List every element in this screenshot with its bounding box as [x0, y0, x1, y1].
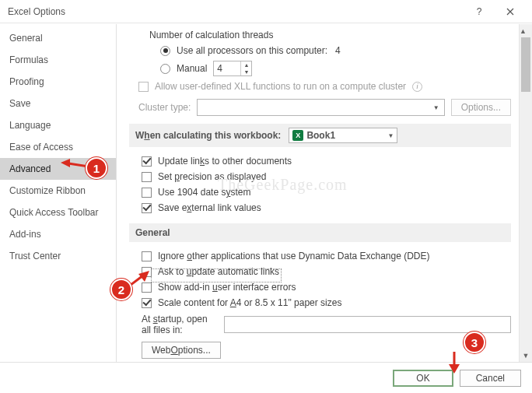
annotation-arrow-3: [446, 352, 462, 374]
sidebar-item-label: Ease of Access: [9, 142, 73, 153]
excel-icon: X: [292, 130, 303, 141]
checkbox-icon: [142, 251, 152, 261]
annotation-arrow-2: [131, 271, 149, 286]
radio-use-all-processors[interactable]: Use all processors on this computer: 4: [129, 43, 511, 58]
radio-icon: [160, 64, 170, 74]
sidebar-item-quick-access-toolbar[interactable]: Quick Access Toolbar: [0, 202, 116, 223]
calc-threads-label: Number of calculation threads: [129, 27, 511, 43]
checkbox-icon: [142, 203, 152, 213]
sidebar-item-label: Customize Ribbon: [9, 185, 86, 196]
scroll-up-arrow-icon[interactable]: ▲: [520, 24, 527, 37]
sidebar-item-add-ins[interactable]: Add-ins: [0, 223, 116, 245]
sidebar-item-proofing[interactable]: Proofing: [0, 71, 116, 93]
checkbox-update-links[interactable]: Update links to other documents: [132, 153, 511, 169]
annotation-badge-3: 3: [464, 332, 485, 353]
checkbox-set-precision[interactable]: Set precision as displayed: [132, 169, 511, 184]
sidebar-item-label: Language: [9, 120, 51, 131]
svg-marker-3: [138, 271, 149, 282]
checkbox-icon: [142, 172, 152, 182]
sidebar-item-trust-center[interactable]: Trust Center: [0, 245, 116, 267]
svg-marker-1: [61, 159, 70, 167]
checkbox-ignore-dde[interactable]: Ignore other applications that use Dynam…: [132, 248, 511, 264]
checkbox-save-external-links[interactable]: Save external link values: [132, 200, 511, 216]
sidebar-item-language[interactable]: Language: [0, 114, 116, 136]
radio-manual[interactable]: Manual 4 ▲▼: [129, 58, 511, 79]
sidebar-item-label: Advanced: [9, 163, 51, 174]
sidebar-item-label: General: [9, 33, 43, 44]
cluster-type-dropdown[interactable]: ▼: [197, 99, 444, 116]
window-title: Excel Options: [8, 6, 464, 17]
sidebar-item-label: Quick Access Toolbar: [9, 207, 99, 218]
startup-open-label: At startup, open all files in:: [142, 314, 219, 336]
main-panel: Number of calculation threads Use all pr…: [117, 24, 532, 362]
scroll-thumb[interactable]: [521, 37, 530, 92]
annotation-badge-2: 2: [110, 279, 132, 300]
sidebar-item-label: Proofing: [9, 76, 44, 87]
checkbox-allow-cluster: Allow user-defined XLL functions to run …: [129, 79, 511, 94]
help-button[interactable]: ?: [464, 1, 495, 23]
sidebar-item-formulas[interactable]: Formulas: [0, 49, 116, 71]
radio-icon: [160, 46, 170, 56]
checkbox-icon: [142, 156, 152, 167]
checkbox-icon: [142, 188, 152, 198]
web-options-button[interactable]: Web Options...: [142, 342, 221, 359]
sidebar-item-label: Save: [9, 98, 30, 109]
close-button[interactable]: [495, 1, 526, 23]
category-sidebar: General Formulas Proofing Save Language …: [0, 24, 117, 362]
annotation-arrow-1: [61, 159, 89, 171]
info-icon[interactable]: i: [412, 82, 422, 92]
cancel-button[interactable]: Cancel: [460, 370, 521, 387]
sidebar-item-save[interactable]: Save: [0, 93, 116, 114]
checkbox-ask-update-links[interactable]: Ask to update automatic links: [132, 264, 511, 279]
sidebar-item-customize-ribbon[interactable]: Customize Ribbon: [0, 180, 116, 202]
section-general: General: [129, 223, 511, 242]
sidebar-item-ease-of-access[interactable]: Ease of Access: [0, 136, 116, 158]
vertical-scrollbar[interactable]: ▲ ▼: [519, 24, 532, 362]
scroll-down-arrow-icon[interactable]: ▼: [520, 349, 532, 362]
checkbox-show-addin-errors[interactable]: Show add-in user interface errors: [132, 279, 511, 295]
checkbox-scale-a4[interactable]: Scale content for A4 or 8.5 x 11" paper …: [132, 295, 511, 311]
cluster-type-label: Cluster type:: [138, 102, 191, 113]
sidebar-item-label: Trust Center: [9, 251, 61, 261]
sidebar-item-label: Formulas: [9, 54, 48, 65]
annotation-badge-1: 1: [86, 157, 107, 179]
titlebar: Excel Options ?: [0, 0, 532, 23]
checkbox-use-1904[interactable]: Use 1904 date system: [132, 184, 511, 200]
svg-marker-5: [449, 364, 460, 374]
section-when-calculating: When calculating this workbook: X Book1 …: [129, 124, 511, 147]
startup-folder-input[interactable]: [224, 316, 511, 333]
manual-threads-spinner[interactable]: 4 ▲▼: [213, 61, 252, 76]
cluster-options-button: Options...: [451, 99, 511, 116]
checkbox-icon: [138, 82, 149, 92]
checkbox-icon: [142, 298, 152, 308]
sidebar-item-general[interactable]: General: [0, 27, 116, 49]
ok-button[interactable]: OK: [393, 370, 453, 387]
workbook-dropdown[interactable]: X Book1 ▼: [289, 128, 397, 143]
sidebar-item-label: Add-ins: [9, 229, 41, 240]
